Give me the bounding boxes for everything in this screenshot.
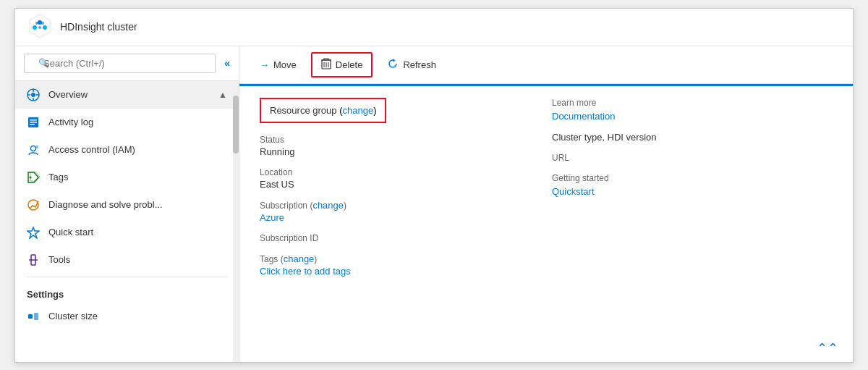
overview-icon	[27, 88, 40, 101]
svg-point-3	[43, 25, 47, 30]
status-label: Status	[260, 135, 540, 145]
tools-icon	[27, 253, 40, 266]
diagnose-icon	[27, 198, 40, 211]
toolbar: → Move Delete	[239, 46, 853, 84]
sidebar-scrollbar-thumb[interactable]	[233, 96, 239, 154]
location-value: East US	[260, 179, 540, 190]
right-details: Learn more Documentation Cluster type, H…	[546, 98, 838, 323]
sidebar-item-quick-start[interactable]: Quick start	[15, 219, 239, 246]
svg-rect-16	[30, 124, 35, 125]
resource-group-box: Resource group (change)	[260, 98, 386, 123]
quick-start-icon	[27, 226, 40, 239]
sidebar-item-tags-label: Tags	[48, 172, 68, 182]
sidebar-item-cluster-size[interactable]: Cluster size	[15, 303, 239, 330]
url-label: URL	[552, 153, 833, 163]
sidebar-item-access-control[interactable]: Access control (IAM)	[15, 136, 239, 164]
search-icon: 🔍	[38, 58, 49, 68]
details-grid: Resource group (change) Status Running L…	[239, 84, 853, 335]
location-group: Location East US	[260, 167, 540, 190]
refresh-button-label: Refresh	[403, 59, 436, 70]
svg-point-6	[41, 22, 44, 25]
refresh-icon	[387, 58, 399, 72]
documentation-link[interactable]: Documentation	[552, 111, 833, 122]
tags-group: Tags (change) Click here to add tags	[260, 253, 540, 277]
scroll-up-area: ⌃⌃	[239, 335, 853, 362]
cluster-type-group: Cluster type, HDI version	[552, 132, 833, 143]
svg-marker-23	[27, 227, 39, 238]
delete-trash-icon	[321, 58, 331, 72]
subscription-link[interactable]: Azure	[260, 212, 284, 223]
subscription-label: Subscription (change)	[260, 200, 540, 211]
subscription-label-text: Subscription	[260, 201, 307, 211]
resource-group-label: Resource group	[270, 105, 337, 116]
tags-label: Tags (change)	[260, 253, 540, 264]
svg-point-18	[35, 146, 38, 148]
top-bar: HDInsight cluster	[15, 9, 853, 46]
cluster-type-label: Cluster type, HDI version	[552, 132, 833, 143]
svg-point-1	[38, 20, 42, 25]
subscription-id-group: Subscription ID	[260, 233, 540, 243]
learn-more-label: Learn more	[552, 98, 833, 108]
sidebar-item-overview[interactable]: Overview ▲	[15, 81, 239, 109]
svg-point-2	[33, 25, 37, 30]
move-button-label: Move	[273, 59, 297, 70]
quickstart-link[interactable]: Quickstart	[552, 186, 833, 197]
learn-more-group: Learn more Documentation	[552, 98, 833, 122]
move-button[interactable]: → Move	[251, 55, 305, 75]
tags-change-link[interactable]: change	[284, 253, 315, 264]
tags-icon	[27, 171, 40, 184]
svg-point-21	[30, 176, 32, 178]
url-group: URL	[552, 153, 833, 163]
sidebar: 🔍 «	[15, 46, 239, 362]
svg-rect-15	[30, 122, 37, 123]
sidebar-scrollbar[interactable]	[233, 81, 239, 362]
refresh-button[interactable]: Refresh	[378, 54, 445, 76]
settings-section-header: Settings	[15, 277, 239, 303]
resource-group-change-link[interactable]: change	[342, 105, 373, 116]
access-control-icon	[27, 143, 40, 156]
delete-button-label: Delete	[336, 59, 363, 70]
nav-items: Overview ▲ Activity log	[15, 81, 239, 362]
svg-point-5	[35, 22, 38, 25]
sidebar-item-tools[interactable]: Tools	[15, 246, 239, 274]
sidebar-item-tools-label: Tools	[48, 254, 70, 265]
sidebar-item-diagnose[interactable]: Diagnose and solve probl...	[15, 191, 239, 219]
subscription-change-link[interactable]: change	[312, 200, 344, 211]
getting-started-group: Getting started Quickstart	[552, 173, 833, 197]
sidebar-item-activity-log-label: Activity log	[48, 117, 93, 127]
overview-collapse-icon: ▲	[218, 90, 227, 100]
svg-point-17	[31, 146, 36, 151]
scroll-up-button[interactable]: ⌃⌃	[817, 340, 838, 356]
sidebar-item-tags[interactable]: Tags	[15, 164, 239, 191]
left-details: Resource group (change) Status Running L…	[254, 98, 546, 323]
app-title: HDInsight cluster	[60, 21, 137, 33]
sidebar-item-activity-log[interactable]: Activity log	[15, 109, 239, 136]
delete-button[interactable]: Delete	[311, 52, 373, 77]
activity-log-icon	[27, 116, 40, 129]
svg-rect-14	[30, 119, 37, 121]
tags-label-text: Tags	[260, 254, 278, 264]
svg-rect-26	[28, 314, 33, 319]
content-area: → Move Delete	[239, 46, 853, 362]
status-group: Status Running	[260, 135, 540, 157]
hdinsight-logo-icon	[27, 13, 53, 39]
tags-add-link[interactable]: Click here to add tags	[260, 266, 351, 277]
search-input[interactable]	[24, 54, 216, 73]
search-bar: 🔍 «	[15, 46, 239, 81]
subscription-id-label: Subscription ID	[260, 233, 540, 243]
svg-point-4	[38, 26, 41, 29]
sidebar-item-quick-start-label: Quick start	[48, 227, 93, 237]
subscription-group: Subscription (change) Azure	[260, 200, 540, 223]
status-value: Running	[260, 146, 540, 157]
cluster-size-icon	[27, 310, 40, 323]
sidebar-item-cluster-size-label: Cluster size	[48, 311, 98, 321]
location-label: Location	[260, 167, 540, 177]
getting-started-label: Getting started	[552, 173, 833, 183]
sidebar-item-overview-label: Overview	[48, 89, 88, 100]
svg-rect-27	[34, 313, 38, 320]
svg-marker-33	[393, 59, 396, 62]
sidebar-item-iam-label: Access control (IAM)	[48, 144, 135, 155]
move-arrow-icon: →	[260, 59, 269, 70]
main-layout: 🔍 «	[15, 46, 853, 362]
collapse-sidebar-button[interactable]: «	[224, 57, 230, 69]
